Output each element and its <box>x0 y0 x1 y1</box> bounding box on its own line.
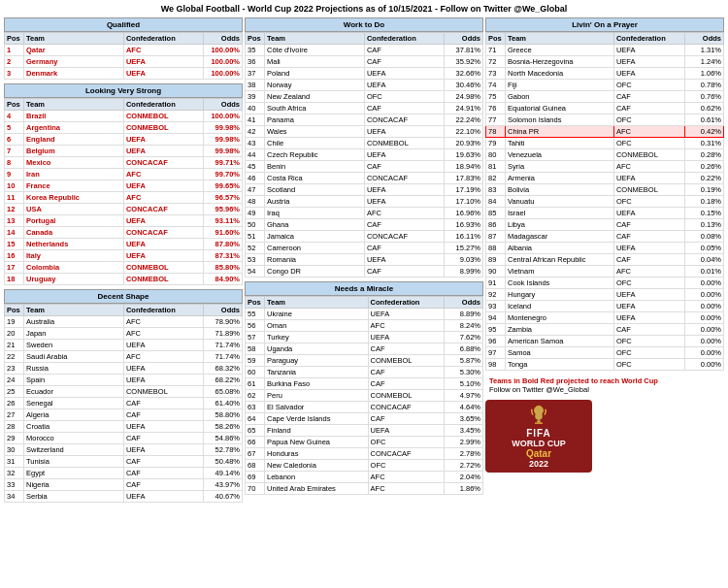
pos-cell: 4 <box>5 111 24 122</box>
odds-cell: 2.78% <box>445 448 483 460</box>
qualified-table: Pos Team Confederation Odds 1 Qatar AFC … <box>4 32 243 80</box>
conf-cell: AFC <box>613 266 684 278</box>
pos-cell: 79 <box>486 138 506 149</box>
team-cell: Côte d'Ivoire <box>265 45 365 56</box>
table-row: 25 Ecuador CONMEBOL 65.08% <box>5 386 243 398</box>
table-row: 32 Egypt CAF 49.14% <box>5 468 243 479</box>
odds-cell: 0.00% <box>685 359 724 371</box>
conf-cell: CAF <box>364 103 444 114</box>
table-row: 57 Turkey UEFA 7.62% <box>246 332 483 343</box>
decent-shape-header: Decent Shape <box>4 289 243 304</box>
team-cell: Honduras <box>265 448 369 460</box>
pos-cell: 19 <box>5 316 24 328</box>
odds-cell: 24.98% <box>445 91 483 103</box>
pos-cell: 2 <box>5 56 24 68</box>
odds-cell: 8.89% <box>445 309 483 320</box>
team-cell: Tanzania <box>265 367 369 378</box>
conf-cell: UEFA <box>368 425 444 437</box>
odds-cell: 0.05% <box>685 243 724 254</box>
pos-cell: 14 <box>5 227 24 239</box>
odds-cell: 43.97% <box>204 479 243 491</box>
conf-cell: UEFA <box>368 309 444 320</box>
team-cell: Burkina Faso <box>265 378 369 390</box>
conf-cell: CONMEBOL <box>368 390 444 402</box>
table-row: 89 Central African Republic CAF 0.04% <box>486 254 724 266</box>
odds-cell: 0.76% <box>685 91 724 103</box>
odds-cell: 4.97% <box>445 390 483 402</box>
pos-cell: 71 <box>486 45 506 56</box>
footer-bold-text: Teams in Bold Red projected to reach Wor… <box>489 376 658 385</box>
table-row: 91 Cook Islands OFC 0.00% <box>486 278 724 289</box>
table-row: 71 Greece UEFA 1.31% <box>486 45 724 56</box>
pos-cell: 70 <box>246 483 265 495</box>
table-row: 74 Fiji OFC 0.78% <box>486 80 724 91</box>
table-row: 68 New Caledonia OFC 2.72% <box>246 460 483 472</box>
pos-cell: 59 <box>246 355 265 367</box>
conf-cell: AFC <box>613 126 684 138</box>
conf-cell: AFC <box>123 169 203 180</box>
table-row: 92 Hungary UEFA 0.00% <box>486 289 724 301</box>
odds-cell: 0.78% <box>685 80 724 91</box>
team-cell: Venezuela <box>506 149 614 161</box>
team-cell: Algeria <box>24 409 124 421</box>
pos-cell: 56 <box>246 320 265 332</box>
conf-cell: OFC <box>613 336 684 347</box>
odds-cell: 49.14% <box>204 468 243 479</box>
team-cell: Brazil <box>24 111 124 122</box>
team-cell: Vanuatu <box>506 196 614 208</box>
odds-cell: 58.80% <box>204 409 243 421</box>
odds-cell: 95.96% <box>204 204 243 215</box>
team-cell: Jamaica <box>265 231 365 243</box>
team-cell: Uganda <box>265 343 369 355</box>
team-cell: Costa Rica <box>265 173 365 184</box>
odds-cell: 5.30% <box>445 367 483 378</box>
pos-cell: 20 <box>5 328 24 340</box>
conf-cell: CAF <box>613 219 684 231</box>
table-row: 28 Croatia UEFA 58.26% <box>5 421 243 433</box>
conf-cell: CAF <box>613 254 684 266</box>
pos-cell: 84 <box>486 196 506 208</box>
pos-cell: 78 <box>486 126 506 138</box>
pos-cell: 72 <box>486 56 506 68</box>
table-row: 12 USA CONCACAF 95.96% <box>5 204 243 215</box>
conf-cell: AFC <box>368 472 444 483</box>
odds-cell: 20.93% <box>445 138 483 149</box>
conf-cell: CAF <box>364 243 444 254</box>
conf-cell: CAF <box>613 231 684 243</box>
team-cell: Solomon Islands <box>506 114 614 126</box>
decent-shape-table: Pos Team Confederation Odds 19 Australia… <box>4 304 243 503</box>
conf-cell: OFC <box>613 196 684 208</box>
table-row: 29 Morocco CAF 54.86% <box>5 433 243 444</box>
pos-cell: 61 <box>246 378 265 390</box>
pos-cell: 23 <box>5 363 24 375</box>
conf-cell: UEFA <box>364 80 444 91</box>
table-row: 78 China PR AFC 0.42% <box>486 126 724 138</box>
team-cell: Norway <box>265 80 365 91</box>
team-cell: Finland <box>265 425 369 437</box>
team-cell: Oman <box>265 320 369 332</box>
conf-cell: UEFA <box>123 421 203 433</box>
team-cell: Zambia <box>506 324 614 336</box>
pos-cell: 31 <box>5 456 24 468</box>
team-cell: England <box>24 134 124 146</box>
table-row: 66 Papua New Guinea OFC 2.99% <box>246 437 483 448</box>
conf-cell: OFC <box>613 359 684 371</box>
odds-cell: 52.78% <box>204 444 243 456</box>
table-row: 73 North Macedonia UEFA 1.06% <box>486 68 724 80</box>
odds-cell: 0.62% <box>685 103 724 114</box>
conf-cell: CONCACAF <box>364 231 444 243</box>
table-row: 14 Canada CONCACAF 91.60% <box>5 227 243 239</box>
pos-cell: 62 <box>246 390 265 402</box>
table-row: 81 Syria AFC 0.26% <box>486 161 724 173</box>
odds-cell: 19.63% <box>445 149 483 161</box>
table-row: 85 Israel UEFA 0.15% <box>486 208 724 219</box>
team-cell: Mexico <box>24 157 124 169</box>
team-cell: Iran <box>24 169 124 180</box>
pos-cell: 42 <box>246 126 265 138</box>
team-cell: Senegal <box>24 398 124 409</box>
team-cell: El Salvador <box>265 402 369 413</box>
table-row: 61 Burkina Faso CAF 5.10% <box>246 378 483 390</box>
odds-cell: 3.65% <box>445 413 483 425</box>
livin-prayer-table: Pos Team Confederation Odds 71 Greece UE… <box>485 32 724 371</box>
conf-cell: UEFA <box>123 444 203 456</box>
